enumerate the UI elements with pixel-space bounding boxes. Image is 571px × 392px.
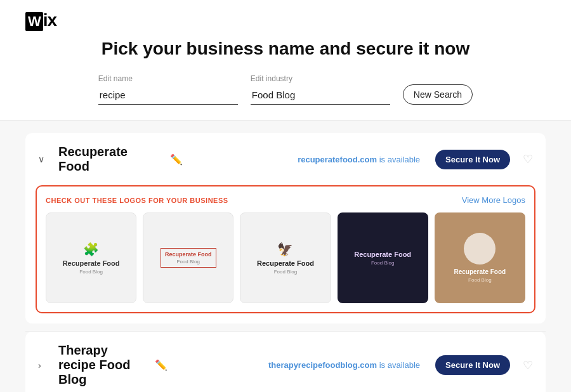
logo-item-2[interactable]: Recuperate Food Food Blog: [143, 212, 233, 303]
industry-label: Edit industry: [251, 74, 390, 83]
logo-circle-5: [464, 233, 496, 265]
logo-text-1: Recuperate Food: [63, 259, 120, 268]
heart-icon-recuperate[interactable]: ♡: [523, 152, 533, 166]
logos-section: CHECK OUT THESE LOGOS FOR YOUR BUSINESS …: [36, 185, 535, 313]
logo-sub-4: Food Blog: [371, 260, 394, 266]
secure-button-therapy[interactable]: Secure It Now: [435, 355, 510, 375]
wix-logo: Wix: [25, 10, 546, 31]
result-row-recuperate: ∨ Recuperate Food ✏️ recuperatefood.com …: [25, 133, 546, 185]
logo-item-1[interactable]: 🧩 Recuperate Food Food Blog: [46, 212, 136, 303]
result-card-recuperate: ∨ Recuperate Food ✏️ recuperatefood.com …: [25, 133, 546, 323]
logo-sub-5: Food Blog: [468, 277, 491, 283]
logos-header: CHECK OUT THESE LOGOS FOR YOUR BUSINESS …: [46, 195, 525, 205]
logo-text-4: Recuperate Food: [354, 251, 411, 259]
top-bar: Wix Pick your business name and secure i…: [0, 0, 571, 121]
logo-text-5: Recuperate Food: [454, 268, 506, 276]
logo-text-3: Recuperate Food: [257, 259, 314, 268]
result-card-therapy: › Therapy recipe Food Blog ✏️ therapyrec…: [25, 332, 546, 392]
secure-button-recuperate[interactable]: Secure It Now: [435, 150, 510, 169]
name-label: Edit name: [98, 74, 238, 83]
heart-icon-therapy[interactable]: ♡: [523, 358, 533, 372]
logo-item-5[interactable]: Recuperate Food Food Blog: [435, 212, 525, 303]
result-name-recuperate: Recuperate Food: [58, 145, 159, 174]
toggle-recuperate[interactable]: ∨: [38, 154, 51, 164]
logo-icon-3: 🦅: [277, 242, 293, 257]
main-content: ∨ Recuperate Food ✏️ recuperatefood.com …: [0, 121, 571, 392]
logo-sub-3: Food Blog: [274, 269, 297, 275]
new-search-button[interactable]: New Search: [403, 84, 473, 105]
logo-item-3[interactable]: 🦅 Recuperate Food Food Blog: [240, 212, 331, 303]
view-more-logos-link[interactable]: View More Logos: [462, 195, 525, 205]
domain-therapy: therapyrecipefoodblog.com is available: [268, 360, 420, 370]
industry-field-group: Edit industry: [251, 74, 390, 105]
name-field-group: Edit name: [98, 74, 238, 105]
logo-sub-2: Food Blog: [165, 259, 212, 265]
logo-icon-1: 🧩: [83, 242, 99, 257]
logo-sub-1: Food Blog: [79, 269, 102, 275]
industry-input[interactable]: [251, 86, 390, 105]
result-name-therapy: Therapy recipe Food Blog: [58, 343, 143, 387]
page-title: Pick your business name and secure it no…: [25, 39, 546, 59]
logo-text-2: Recuperate Food: [165, 251, 212, 258]
name-input[interactable]: [98, 86, 238, 105]
toggle-therapy[interactable]: ›: [38, 360, 51, 370]
search-row: Edit name Edit industry New Search: [25, 74, 546, 105]
logo-item-4[interactable]: Recuperate Food Food Blog: [338, 212, 428, 303]
logos-section-title: CHECK OUT THESE LOGOS FOR YOUR BUSINESS: [46, 197, 228, 204]
domain-recuperate: recuperatefood.com is available: [298, 155, 420, 164]
result-row-therapy: › Therapy recipe Food Blog ✏️ therapyrec…: [25, 332, 546, 392]
edit-icon-therapy[interactable]: ✏️: [155, 359, 167, 371]
logos-grid: 🧩 Recuperate Food Food Blog Recuperate F…: [46, 212, 525, 303]
logo-outlined-2: Recuperate Food Food Blog: [161, 248, 216, 268]
edit-icon-recuperate[interactable]: ✏️: [170, 154, 183, 166]
